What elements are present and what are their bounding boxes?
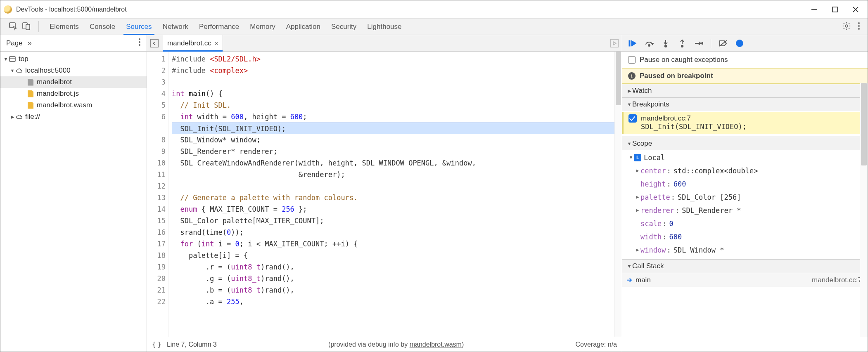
tab-security[interactable]: Security	[331, 19, 356, 35]
line-number[interactable]: 5	[147, 99, 166, 111]
line-number[interactable]: 16	[147, 227, 166, 238]
scope-var-window[interactable]: ▶window:SDL_Window *	[628, 243, 868, 257]
line-number[interactable]: 14	[147, 203, 166, 215]
tab-lighthouse[interactable]: Lighthouse	[367, 19, 401, 35]
line-number[interactable]: 2	[147, 65, 166, 76]
debugger-scrollbar[interactable]	[860, 83, 868, 337]
tree-file-mandelbrot-wasm[interactable]: mandelbrot.wasm	[0, 99, 147, 111]
line-number[interactable]: 21	[147, 284, 166, 296]
line-number[interactable]: 18	[147, 250, 166, 261]
line-number[interactable]: 12	[147, 180, 166, 192]
tree-file-mandelbrot[interactable]: mandelbrot	[0, 76, 147, 88]
window-close-button[interactable]	[852, 6, 859, 13]
scope-var-renderer[interactable]: ▶renderer:SDL_Renderer *	[628, 204, 868, 217]
code-line[interactable]: int width = 600, height = 600;	[172, 111, 614, 123]
line-number[interactable]: 4	[147, 88, 166, 99]
tree-file-scheme[interactable]: ▶ file://	[0, 111, 147, 123]
code-line[interactable]: enum { MAX_ITER_COUNT = 256 };	[172, 203, 614, 215]
line-number[interactable]: 20	[147, 273, 166, 284]
window-minimize-button[interactable]	[811, 6, 818, 13]
resume-button[interactable]	[628, 39, 637, 48]
line-number[interactable]: 1	[147, 53, 166, 65]
code-line[interactable]: #include <complex>	[172, 65, 614, 76]
line-number[interactable]: 6	[147, 111, 166, 123]
code-line[interactable]: .b = (uint8_t)rand(),	[172, 284, 614, 296]
code-line[interactable]: palette[i] = {	[172, 250, 614, 261]
line-number[interactable]: 15	[147, 215, 166, 227]
line-number[interactable]: 7	[147, 123, 166, 134]
code-line[interactable]: .a = 255,	[172, 296, 614, 307]
code-line[interactable]: #include <SDL2/SDL.h>	[172, 53, 614, 65]
device-toolbar-icon[interactable]	[22, 21, 31, 32]
line-number[interactable]: 19	[147, 261, 166, 273]
tab-memory[interactable]: Memory	[250, 19, 275, 35]
step-into-button[interactable]	[661, 39, 670, 48]
window-maximize-button[interactable]	[831, 6, 839, 13]
code-line[interactable]: // Init SDL.	[172, 99, 614, 111]
scope-local[interactable]: ▼L Local	[628, 151, 868, 164]
editor-tab-close-icon[interactable]: ×	[215, 40, 218, 47]
line-number[interactable]: 17	[147, 238, 166, 250]
line-number[interactable]: 10	[147, 157, 166, 169]
step-button[interactable]	[694, 39, 703, 48]
code-line[interactable]: srand(time(0));	[172, 227, 614, 238]
debug-info-source-link[interactable]: mandelbrot.wasm	[410, 341, 462, 348]
navigator-more-tabs-icon[interactable]: »	[28, 39, 32, 47]
code-line[interactable]: SDL_Renderer* renderer;	[172, 146, 614, 157]
scope-var-palette[interactable]: ▶palette:SDL_Color [256]	[628, 191, 868, 204]
code-line[interactable]: SDL_Window* window;	[172, 134, 614, 146]
step-out-button[interactable]	[678, 39, 687, 48]
code-line[interactable]: SDL_CreateWindowAndRenderer(width, heigh…	[172, 157, 614, 169]
deactivate-breakpoints-button[interactable]	[719, 39, 728, 48]
tree-host[interactable]: ▼ localhost:5000	[0, 65, 147, 76]
scope-var-width[interactable]: width:600	[628, 230, 868, 243]
code-line[interactable]	[172, 76, 614, 88]
line-number[interactable]: 8	[147, 134, 166, 146]
code-line[interactable]: &renderer);	[172, 169, 614, 180]
tab-elements[interactable]: Elements	[50, 19, 79, 35]
navigator-menu-icon[interactable]	[138, 38, 141, 48]
tab-network[interactable]: Network	[163, 19, 188, 35]
more-menu-icon[interactable]	[858, 22, 860, 31]
code-line[interactable]: // Generate a palette with random colour…	[172, 192, 614, 203]
navigator-tab-page[interactable]: Page	[6, 39, 23, 47]
code-line[interactable]: .g = (uint8_t)rand(),	[172, 273, 614, 284]
line-number[interactable]: 22	[147, 296, 166, 307]
section-callstack-header[interactable]: ▼ Call Stack	[622, 260, 868, 273]
breakpoint-item[interactable]: mandelbrot.cc:7 SDL_Init(SDL_INIT_VIDEO)…	[622, 112, 868, 134]
section-breakpoints-header[interactable]: ▼ Breakpoints	[622, 98, 868, 111]
scope-var-center[interactable]: ▶center:std::complex<double>	[628, 164, 868, 177]
editor-run-icon[interactable]	[610, 39, 619, 47]
line-number[interactable]: 9	[147, 146, 166, 157]
pause-on-exceptions-button[interactable]	[735, 39, 744, 48]
callstack-frame[interactable]: ➔ main mandelbrot.cc:7	[622, 273, 868, 287]
code-line[interactable]: int main() {	[172, 88, 614, 99]
tree-file-mandelbrot-js[interactable]: mandelbrot.js	[0, 88, 147, 99]
pretty-print-icon[interactable]: { }	[152, 340, 160, 348]
tab-application[interactable]: Application	[286, 19, 320, 35]
section-scope-header[interactable]: ▼ Scope	[622, 137, 868, 150]
settings-gear-icon[interactable]	[842, 21, 851, 32]
editor-scrollbar[interactable]	[614, 52, 622, 337]
step-over-button[interactable]	[645, 39, 654, 48]
pause-on-caught-checkbox[interactable]	[628, 56, 636, 64]
scope-var-height[interactable]: height:600	[628, 177, 868, 191]
editor-nav-back-icon[interactable]	[150, 39, 159, 47]
tab-performance[interactable]: Performance	[199, 19, 239, 35]
breakpoint-checkbox[interactable]	[628, 114, 637, 123]
line-number[interactable]: 11	[147, 169, 166, 180]
section-watch-header[interactable]: ▶ Watch	[622, 84, 868, 97]
inspect-element-icon[interactable]	[9, 21, 18, 32]
tree-top-frame[interactable]: ▼ top	[0, 53, 147, 65]
editor-code[interactable]: #include <SDL2/SDL.h>#include <complex>i…	[168, 52, 614, 337]
tab-sources[interactable]: Sources	[126, 19, 152, 35]
editor-tab-mandelbrot-cc[interactable]: mandelbrot.cc ×	[163, 35, 223, 51]
line-number[interactable]: 13	[147, 192, 166, 203]
editor-gutter[interactable]: 12345678910111213141516171819202122	[147, 52, 168, 337]
code-line[interactable]: for (int i = 0; i < MAX_ITER_COUNT; ++i)…	[172, 238, 614, 250]
scope-var-scale[interactable]: scale:0	[628, 217, 868, 230]
line-number[interactable]: 3	[147, 76, 166, 88]
code-line[interactable]	[172, 180, 614, 192]
code-line[interactable]: SDL_Color palette[MAX_ITER_COUNT];	[172, 215, 614, 227]
code-line[interactable]: SDL_Init(SDL_INIT_VIDEO);	[172, 123, 614, 134]
